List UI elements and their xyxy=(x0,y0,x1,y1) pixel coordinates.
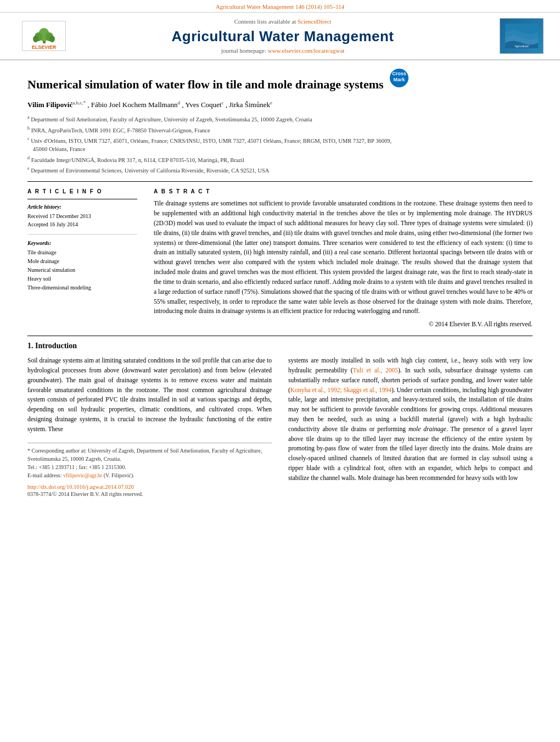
received-date: Received 17 December 2013 xyxy=(27,212,137,220)
body-col-1: Soil drainage systems aim at limiting sa… xyxy=(27,356,272,497)
footnote-area: * Corresponding author at: University of… xyxy=(27,443,272,479)
author2-name: , Fábio Joel Kochem Mallmann xyxy=(87,101,177,109)
homepage-line: journal homepage: www.elsevier.com/locat… xyxy=(71,47,494,54)
abstract-col: A B S T R A C T Tile drainage systems ar… xyxy=(154,188,533,327)
keyword-5: Three-dimensional modeling xyxy=(27,283,137,292)
email-footnote: E-mail address: vfilipovic@agr.hr (V. Fi… xyxy=(27,471,272,479)
affil-d: d Faculdade Integr/UNINGÁ, Rodovia PR 31… xyxy=(27,155,533,164)
affiliations: a Department of Soil Amelioration, Facul… xyxy=(27,114,533,175)
keyword-1: Tile drainage xyxy=(27,248,137,257)
history-label: Article history: xyxy=(27,204,137,210)
section-title-intro: 1. Introduction xyxy=(27,342,533,350)
issn-text: 0378-3774/© 2014 Elsevier B.V. All right… xyxy=(27,491,272,497)
elsevier-logo-box: ELSEVIER xyxy=(22,21,66,51)
body-two-col: Soil drainage systems aim at limiting sa… xyxy=(27,356,533,497)
elsevier-tree-icon xyxy=(29,23,59,44)
journal-citation: Agricultural Water Management 146 (2014)… xyxy=(216,3,345,10)
svg-text:Water Management: Water Management xyxy=(509,48,534,48)
awm-logo: Agricultural Water Management xyxy=(500,18,544,54)
header-section: ELSEVIER Contents lists available at Sci… xyxy=(0,13,560,60)
intro-para-2: systems are mostly installed in soils wi… xyxy=(288,356,533,483)
journal-title: Agricultural Water Management xyxy=(71,28,494,45)
abstract-text: Tile drainage systems are sometimes not … xyxy=(154,199,533,316)
article-info-title: A R T I C L E I N F O xyxy=(27,188,137,194)
awm-logo-icon: Agricultural Water Management xyxy=(505,24,538,48)
svg-point-4 xyxy=(33,36,38,42)
affil-e: e Department of Environmental Sciences, … xyxy=(27,165,533,175)
tel-footnote: Tel.: +385 1 2393711 ; fax: +385 1 23153… xyxy=(27,463,272,471)
star-footnote: * Corresponding author at: University of… xyxy=(27,447,272,463)
svg-text:Mark: Mark xyxy=(393,77,405,82)
affil-b: b INRA, AgroParisTech, UMR 1091 EGC, F-7… xyxy=(27,125,533,135)
keyword-2: Mole drainage xyxy=(27,257,137,266)
author1-name: Vilim Filipović xyxy=(27,101,72,109)
section-divider xyxy=(27,336,533,336)
section-name-text: Introduction xyxy=(35,342,77,350)
crossmark-badge[interactable]: Cross Mark xyxy=(389,68,409,88)
divider-1 xyxy=(27,181,533,182)
author1-sup: a,b,c,* xyxy=(72,100,86,105)
author4-name: , Jirka Šimůnek xyxy=(226,101,270,109)
title-row: Numerical simulation of water flow in ti… xyxy=(27,66,533,99)
intro-para-1: Soil drainage systems aim at limiting sa… xyxy=(27,356,272,434)
journal-top-bar: Agricultural Water Management 146 (2014)… xyxy=(0,0,560,13)
sciencedirect-link[interactable]: ScienceDirect xyxy=(298,18,332,25)
svg-text:Cross: Cross xyxy=(392,71,406,76)
elsevier-logo-area: ELSEVIER xyxy=(16,21,71,51)
elsevier-text: ELSEVIER xyxy=(32,44,57,50)
authors-line: Vilim Filipovića,b,c,* , Fábio Joel Koch… xyxy=(27,99,533,110)
email-link[interactable]: vfilipovic@agr.hr xyxy=(63,472,102,478)
accepted-date: Accepted 16 July 2014 xyxy=(27,220,137,228)
affil-a: a Department of Soil Amelioration, Facul… xyxy=(27,114,533,124)
article-title: Numerical simulation of water flow in ti… xyxy=(27,77,384,93)
keyword-3: Numerical simulation xyxy=(27,266,137,275)
page: Agricultural Water Management 146 (2014)… xyxy=(0,0,560,742)
doi-link[interactable]: http://dx.doi.org/10.1016/j.agwat.2014.0… xyxy=(27,484,272,490)
homepage-link[interactable]: www.elsevier.com/locate/agwat xyxy=(268,47,345,54)
keywords-label: Keywords: xyxy=(27,240,137,246)
awm-logo-area: Agricultural Water Management xyxy=(494,18,544,54)
body-col-2: systems are mostly installed in soils wi… xyxy=(288,356,533,497)
info-divider xyxy=(27,199,137,199)
ref-konyha[interactable]: Konyha et al., 1992; Skaggs et al., 1994 xyxy=(290,387,391,393)
info-abstract-cols: A R T I C L E I N F O Article history: R… xyxy=(27,188,533,327)
article-info-col: A R T I C L E I N F O Article history: R… xyxy=(27,188,137,327)
section-number: 1. xyxy=(27,342,33,350)
affil-c: c Univ d'Orléans, ISTO, UMR 7327, 45071,… xyxy=(27,136,533,154)
svg-point-5 xyxy=(49,36,55,42)
ref-tuli[interactable]: Tuli et al., 2005 xyxy=(353,367,398,373)
header-center: Contents lists available at ScienceDirec… xyxy=(71,18,494,54)
article-content: Numerical simulation of water flow in ti… xyxy=(0,60,560,508)
crossmark-icon: Cross Mark xyxy=(389,68,409,88)
author4-sup: e xyxy=(270,100,272,105)
abstract-title: A B S T R A C T xyxy=(154,188,533,194)
abstract-copyright: © 2014 Elsevier B.V. All rights reserved… xyxy=(154,321,533,327)
author2-sup: d xyxy=(178,100,181,105)
keyword-4: Heavy soil xyxy=(27,275,137,283)
author3-sup: c xyxy=(222,100,224,105)
keywords-divider xyxy=(27,234,137,235)
author3-name: , Yves Coquet xyxy=(182,101,221,109)
sciencedirect-line: Contents lists available at ScienceDirec… xyxy=(71,18,494,25)
